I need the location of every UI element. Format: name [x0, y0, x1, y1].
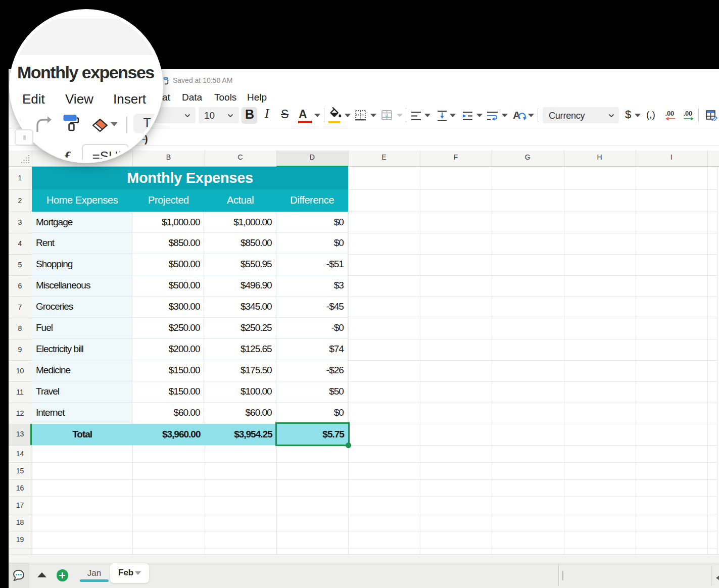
svg-text:a: a [386, 112, 389, 118]
